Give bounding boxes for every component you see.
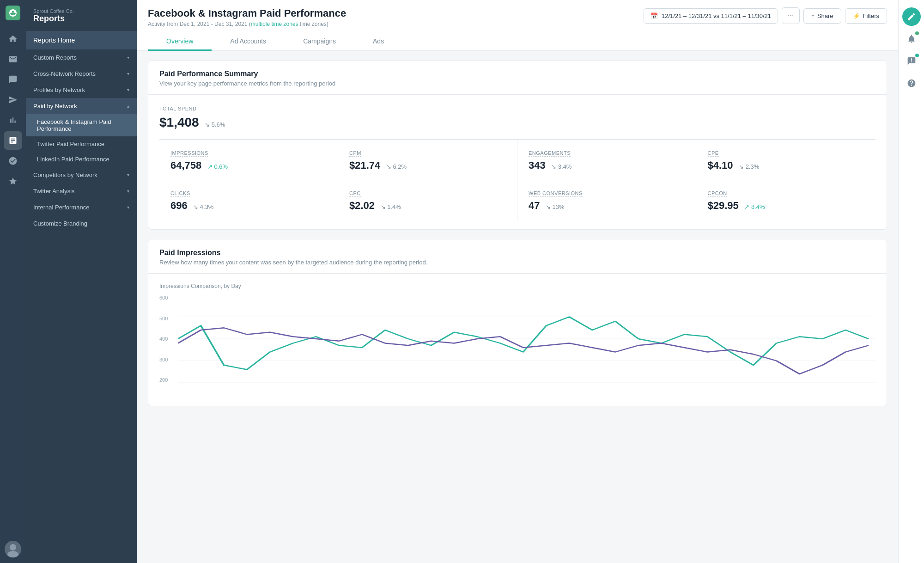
sidebar-item-competitors[interactable]: Competitors by Network ▾: [26, 167, 137, 183]
sidebar-item-paid-by-network[interactable]: Paid by Network ▴: [26, 98, 137, 114]
reports-home-label: Reports Home: [33, 37, 75, 44]
summary-card-header: Paid Performance Summary View your key p…: [148, 61, 887, 95]
chevron-right-icon: ▾: [127, 205, 129, 210]
cpc-value-row: $2.02 ↘ 1.4%: [349, 200, 506, 212]
svg-point-1: [10, 544, 16, 551]
page-title: Facebook & Instagram Paid Performance: [148, 7, 346, 19]
sidebar-item-twitter-paid[interactable]: Twitter Paid Performance: [26, 136, 137, 152]
customize-branding-label: Customize Branding: [33, 220, 87, 227]
tab-ad-accounts[interactable]: Ad Accounts: [212, 33, 285, 51]
competitors-label: Competitors by Network: [33, 171, 97, 178]
metric-engagements: Engagements 343 ↘ 3.4%: [517, 140, 697, 180]
share-icon: ↑: [811, 12, 815, 19]
tab-overview[interactable]: Overview: [148, 33, 212, 51]
teal-line: [178, 317, 869, 370]
impressions-label: Impressions: [170, 150, 208, 157]
timezone-link[interactable]: multiple time zones: [251, 21, 298, 27]
summary-card-title: Paid Performance Summary: [159, 70, 875, 78]
engagements-change: ↘ 3.4%: [551, 163, 571, 170]
notifications-icon[interactable]: [902, 30, 921, 48]
sidebar-item-customize-branding[interactable]: Customize Branding: [26, 215, 137, 232]
sidebar-item-linkedin-paid[interactable]: LinkedIn Paid Performance: [26, 152, 137, 167]
topbar: Facebook & Instagram Paid Performance Ac…: [137, 0, 898, 51]
y-label-500: 500: [159, 316, 168, 321]
summary-card-subtitle: View your key page performance metrics f…: [159, 80, 875, 87]
clicks-value-row: 696 ↘ 4.3%: [170, 200, 327, 212]
impressions-card-subtitle: Review how many times your content was s…: [159, 259, 875, 266]
impressions-card-header: Paid Impressions Review how many times y…: [148, 239, 887, 274]
web-conv-value: 47: [529, 200, 540, 211]
y-label-600: 600: [159, 295, 168, 300]
sidebar-header: Sprout Coffee Co. Reports: [26, 0, 137, 31]
metrics-grid: Impressions 64,758 ↗ 0.6% CPM $21.74 ↘ 6…: [159, 140, 875, 220]
metric-cpc: CPC $2.02 ↘ 1.4%: [338, 180, 517, 220]
total-spend-value: $1,408: [159, 115, 199, 129]
sidebar-item-custom-reports[interactable]: Custom Reports ▾: [26, 49, 137, 66]
nav-star-icon[interactable]: [4, 172, 22, 190]
cpcon-value: $29.95: [708, 200, 739, 211]
nav-automation-icon[interactable]: [4, 152, 22, 170]
page-subtitle: Activity from Dec 1, 2021 - Dec 31, 2021…: [148, 21, 346, 27]
sidebar-item-reports-home[interactable]: Reports Home: [26, 31, 137, 49]
sidebar-item-twitter-analysis[interactable]: Twitter Analysis ▾: [26, 183, 137, 199]
sidebar: Sprout Coffee Co. Reports Reports Home C…: [26, 0, 137, 563]
cpcon-value-row: $29.95 ↗ 8.4%: [708, 200, 865, 212]
main-content: Facebook & Instagram Paid Performance Ac…: [137, 0, 898, 563]
metrics-section: Total Spend $1,408 ↘ 5.6% Impressions: [148, 95, 887, 229]
app-logo: [6, 6, 20, 20]
page-header: Facebook & Instagram Paid Performance Ac…: [148, 7, 346, 27]
chevron-right-icon: ▾: [127, 189, 129, 194]
nav-analytics-icon[interactable]: [4, 111, 22, 129]
clicks-change: ↘ 4.3%: [193, 203, 213, 210]
date-range-button[interactable]: 📅 12/1/21 – 12/31/21 vs 11/1/21 – 11/30/…: [644, 8, 778, 24]
y-label-200: 200: [159, 377, 168, 383]
cpm-change: ↘ 6.2%: [386, 163, 407, 170]
chart-container: 600 500 400 300 200: [159, 295, 875, 397]
nav-messages-icon[interactable]: [4, 70, 22, 89]
engagements-value-row: 343 ↘ 3.4%: [529, 159, 686, 171]
cpc-change: ↘ 1.4%: [381, 203, 401, 210]
help-icon[interactable]: [902, 74, 921, 92]
custom-reports-label: Custom Reports: [33, 54, 77, 61]
twitter-paid-label: Twitter Paid Performance: [37, 141, 104, 147]
y-label-300: 300: [159, 357, 168, 362]
twitter-analysis-label: Twitter Analysis: [33, 188, 75, 195]
chevron-right-icon: ▾: [127, 87, 129, 92]
nav-publish-icon[interactable]: [4, 91, 22, 109]
sidebar-item-cross-network[interactable]: Cross-Network Reports ▾: [26, 66, 137, 82]
feedback-badge: [915, 54, 919, 57]
cpcon-change: ↗ 8.4%: [744, 203, 765, 210]
clicks-label: Clicks: [170, 190, 190, 197]
filters-button[interactable]: ⚡ Filters: [845, 8, 887, 24]
cpc-value: $2.02: [349, 200, 375, 211]
total-spend-row: Total Spend $1,408 ↘ 5.6%: [159, 104, 875, 140]
feedback-icon[interactable]: [902, 52, 921, 70]
user-avatar[interactable]: [5, 541, 21, 557]
tab-ads[interactable]: Ads: [354, 33, 402, 51]
impressions-card: Paid Impressions Review how many times y…: [148, 239, 887, 406]
sidebar-item-fb-ig-paid[interactable]: Facebook & Instagram Paid Performance: [26, 114, 137, 136]
nav-home-icon[interactable]: [4, 30, 22, 48]
sidebar-item-profiles[interactable]: Profiles by Network ▾: [26, 82, 137, 98]
impressions-card-title: Paid Impressions: [159, 249, 875, 257]
metric-web-conversions: Web Conversions 47 ↘ 13%: [517, 180, 697, 220]
filters-icon: ⚡: [853, 12, 860, 19]
share-button[interactable]: ↑ Share: [803, 8, 841, 24]
company-name: Sprout Coffee Co.: [33, 8, 129, 14]
metric-impressions: Impressions 64,758 ↗ 0.6%: [159, 140, 338, 180]
tabs: Overview Ad Accounts Campaigns Ads: [148, 33, 887, 50]
nav-inbox-icon[interactable]: [4, 50, 22, 68]
topbar-actions: 📅 12/1/21 – 12/31/21 vs 11/1/21 – 11/30/…: [644, 7, 887, 24]
metric-clicks: Clicks 696 ↘ 4.3%: [159, 180, 338, 220]
more-options-button[interactable]: ···: [782, 7, 800, 24]
cpe-value: $4.10: [708, 159, 733, 171]
total-spend-value-row: $1,408 ↘ 5.6%: [159, 115, 875, 130]
compose-icon[interactable]: [902, 7, 921, 26]
topbar-row1: Facebook & Instagram Paid Performance Ac…: [148, 7, 887, 27]
sidebar-item-internal-perf[interactable]: Internal Performance ▾: [26, 199, 137, 215]
chart-area: [178, 295, 875, 383]
nav-reports-icon[interactable]: [4, 131, 22, 150]
engagements-value: 343: [529, 159, 546, 171]
icon-rail: [0, 0, 26, 563]
tab-campaigns[interactable]: Campaigns: [285, 33, 354, 51]
